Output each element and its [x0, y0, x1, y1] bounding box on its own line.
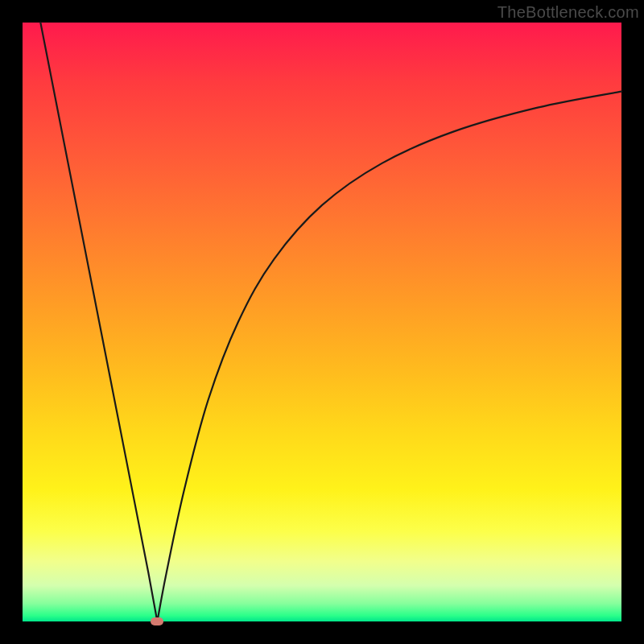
plot-area	[23, 23, 621, 621]
optimum-marker	[151, 617, 163, 625]
bottleneck-curve	[40, 23, 621, 621]
watermark-text: TheBottleneck.com	[497, 3, 639, 22]
curve-layer	[23, 23, 621, 621]
chart-frame: TheBottleneck.com	[0, 0, 644, 644]
